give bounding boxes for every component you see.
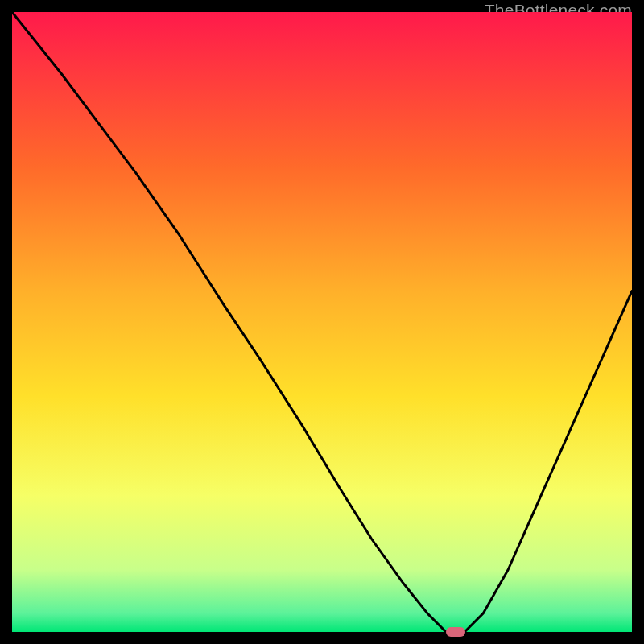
gradient-background xyxy=(12,12,632,632)
chart-frame: TheBottleneck.com xyxy=(12,12,632,632)
optimal-point-marker xyxy=(446,627,465,637)
bottleneck-chart xyxy=(12,12,632,632)
